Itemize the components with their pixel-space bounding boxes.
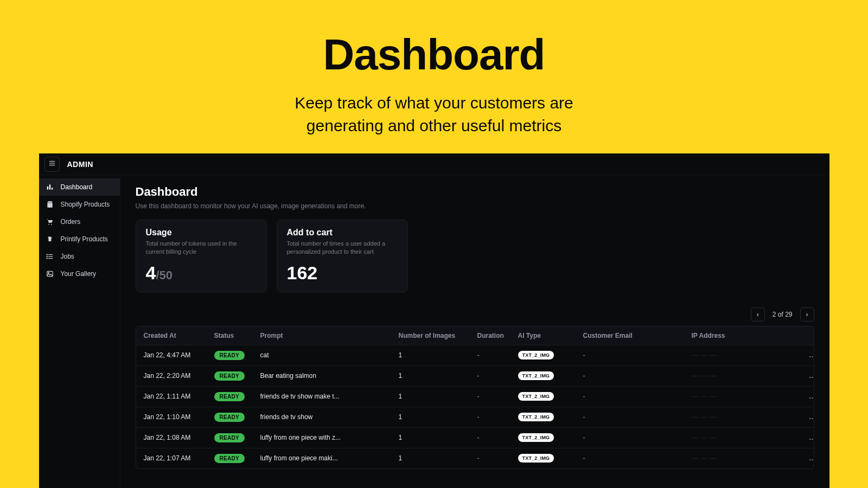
cell-customer-email: - <box>583 454 692 462</box>
hero-title: Dashboard <box>323 30 545 80</box>
topbar: ADMIN <box>39 153 829 175</box>
cell-num-images: 1 <box>399 351 477 359</box>
row-actions-button[interactable]: ... <box>795 393 814 400</box>
sidebar-item-dashboard[interactable]: Dashboard <box>39 178 120 196</box>
status-badge: READY <box>214 392 245 401</box>
sidebar-item-shopify-products[interactable]: Shopify Products <box>39 196 120 213</box>
usage-card-desc: Total number of tokens used in the curre… <box>146 240 257 256</box>
stat-cards: Usage Total number of tokens used in the… <box>136 220 814 292</box>
add-to-cart-card: Add to cart Total number of times a user… <box>277 220 408 292</box>
row-actions-button[interactable]: ... <box>795 372 814 380</box>
col-customer-email: Customer Email <box>583 332 692 339</box>
table-row: Jan 22, 1:11 AMREADYfriends de tv show m… <box>136 386 814 407</box>
row-actions-button[interactable]: ... <box>795 434 814 441</box>
col-duration: Duration <box>477 332 518 339</box>
ai-type-badge: TXT_2_IMG <box>518 413 554 421</box>
status-badge: READY <box>214 454 245 463</box>
hero-sub-line1: Keep track of what your customers are <box>295 94 573 112</box>
ai-type-badge: TXT_2_IMG <box>518 351 554 359</box>
table-header-row: Created At Status Prompt Number of Image… <box>136 326 814 345</box>
usage-card-value: 4/50 <box>146 264 257 282</box>
brand-label: ADMIN <box>67 160 93 169</box>
svg-point-7 <box>51 224 52 225</box>
cell-num-images: 1 <box>399 413 477 421</box>
status-badge: READY <box>214 371 245 381</box>
sidebar-item-label: Your Gallery <box>61 270 97 278</box>
cell-num-images: 1 <box>399 434 477 441</box>
svg-point-13 <box>47 258 47 259</box>
sidebar-item-jobs[interactable]: Jobs <box>39 248 120 265</box>
cell-ai-type: TXT_2_IMG <box>518 413 583 421</box>
cell-created-at: Jan 22, 1:07 AM <box>144 454 214 462</box>
pagination-label: 2 of 29 <box>769 311 796 318</box>
row-actions-button[interactable]: ... <box>795 351 814 359</box>
cell-prompt: friends de tv show make t... <box>260 393 399 400</box>
ai-type-badge: TXT_2_IMG <box>518 371 554 380</box>
table-row: Jan 22, 1:07 AMREADYluffy from one piece… <box>136 448 814 468</box>
svg-point-12 <box>47 256 47 256</box>
col-ip-address: IP Address <box>692 332 795 339</box>
svg-rect-3 <box>47 187 48 190</box>
cell-created-at: Jan 22, 4:47 AM <box>144 351 214 359</box>
cell-customer-email: - <box>583 351 692 359</box>
svg-point-6 <box>48 224 49 225</box>
col-created-at: Created At <box>144 332 214 339</box>
sidebar-item-label: Dashboard <box>61 183 93 191</box>
usage-card: Usage Total number of tokens used in the… <box>136 220 267 292</box>
table-row: Jan 22, 2:20 AMREADYBear eating salmon1-… <box>136 365 814 386</box>
cell-duration: - <box>477 454 518 462</box>
shopping-bag-icon <box>46 200 54 209</box>
cell-prompt: cat <box>260 351 399 359</box>
cell-duration: - <box>477 372 518 380</box>
sidebar-item-printify-products[interactable]: Printify Products <box>39 230 120 248</box>
svg-point-11 <box>47 254 47 255</box>
sidebar-item-orders[interactable]: Orders <box>39 213 120 230</box>
cell-customer-email: - <box>583 393 692 400</box>
status-badge: READY <box>214 433 245 442</box>
cell-customer-email: - <box>583 434 692 441</box>
pagination: ‹ 2 of 29 › <box>136 307 814 322</box>
cell-ip-address: — — — <box>692 413 795 421</box>
menu-toggle-button[interactable] <box>44 157 60 172</box>
cell-ai-type: TXT_2_IMG <box>518 371 583 380</box>
cell-ip-address: — — — <box>692 454 795 462</box>
hamburger-icon <box>48 159 56 169</box>
sidebar-item-your-gallery[interactable]: Your Gallery <box>39 265 120 282</box>
cell-ip-address: — — — <box>692 434 795 441</box>
page-subtitle: Use this dashboard to monitor how your A… <box>136 202 814 210</box>
cell-created-at: Jan 22, 2:20 AM <box>144 372 214 380</box>
table-row: Jan 22, 1:10 AMREADYfriends de tv show1-… <box>136 407 814 427</box>
svg-point-15 <box>48 272 49 273</box>
usage-card-title: Usage <box>146 228 257 237</box>
cell-status: READY <box>214 413 260 422</box>
cell-prompt: luffy from one piece with z... <box>260 434 399 441</box>
col-prompt: Prompt <box>260 332 399 339</box>
row-actions-button[interactable]: ... <box>795 413 814 421</box>
cell-ai-type: TXT_2_IMG <box>518 433 583 442</box>
bar-chart-icon <box>46 183 54 191</box>
cell-created-at: Jan 22, 1:10 AM <box>144 413 214 421</box>
sidebar-item-label: Shopify Products <box>61 201 110 208</box>
cell-created-at: Jan 22, 1:08 AM <box>144 434 214 441</box>
cell-ip-address: — — — <box>692 372 795 380</box>
row-actions-button[interactable]: ... <box>795 454 814 462</box>
sidebar-item-label: Printify Products <box>61 235 108 243</box>
col-status: Status <box>214 332 260 339</box>
sidebar: Dashboard Shopify Products Orders Printi… <box>39 175 120 488</box>
col-ai-type: AI Type <box>518 332 583 339</box>
status-badge: READY <box>214 413 245 422</box>
generations-table: Created At Status Prompt Number of Image… <box>136 326 814 469</box>
cell-duration: - <box>477 413 518 421</box>
hero-sub-line2: generating and other useful metrics <box>307 117 561 134</box>
pagination-prev-button[interactable]: ‹ <box>751 307 765 322</box>
col-num-images: Number of Images <box>399 332 477 339</box>
cell-prompt: friends de tv show <box>260 413 399 421</box>
app-window: ADMIN Dashboard Shopify Products Orders <box>39 153 829 488</box>
cell-num-images: 1 <box>399 372 477 380</box>
cell-ai-type: TXT_2_IMG <box>518 392 583 401</box>
svg-rect-4 <box>49 184 50 189</box>
cell-status: READY <box>214 392 260 401</box>
cell-duration: - <box>477 434 518 441</box>
cell-num-images: 1 <box>399 454 477 462</box>
pagination-next-button[interactable]: › <box>800 307 814 322</box>
